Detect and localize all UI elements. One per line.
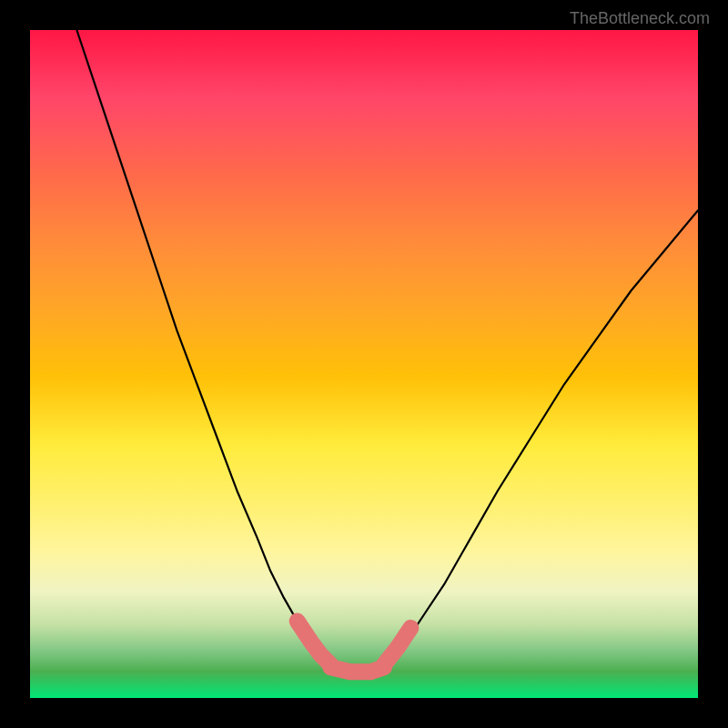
highlight-bottom-highlight bbox=[330, 667, 384, 672]
chart-svg bbox=[30, 30, 698, 698]
curve-right-curve bbox=[384, 210, 698, 664]
highlight-right-highlight bbox=[384, 628, 410, 664]
watermark-text: TheBottleneck.com bbox=[570, 9, 710, 28]
curve-left-curve bbox=[76, 30, 330, 664]
highlight-left-highlight bbox=[298, 622, 331, 665]
